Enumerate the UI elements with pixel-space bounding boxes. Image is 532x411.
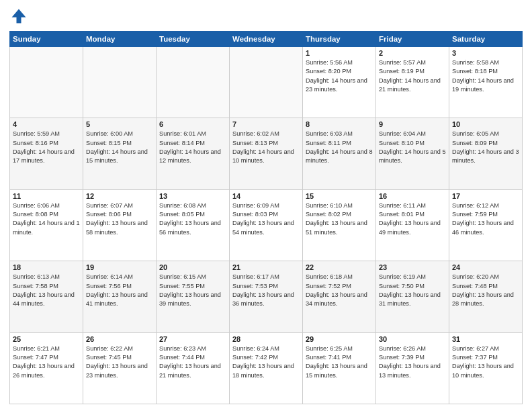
- dow-header-friday: Friday: [376, 32, 449, 47]
- dow-header-wednesday: Wednesday: [230, 32, 303, 47]
- day-info: Sunrise: 6:20 AM Sunset: 7:48 PM Dayligh…: [452, 273, 519, 308]
- day-number: 19: [86, 263, 153, 271]
- calendar-cell: 26Sunrise: 6:22 AM Sunset: 7:45 PM Dayli…: [83, 332, 157, 404]
- calendar-cell: 28Sunrise: 6:24 AM Sunset: 7:42 PM Dayli…: [230, 332, 303, 404]
- calendar-cell: 15Sunrise: 6:10 AM Sunset: 8:02 PM Dayli…: [303, 189, 376, 261]
- calendar-cell: 25Sunrise: 6:21 AM Sunset: 7:47 PM Dayli…: [10, 332, 83, 404]
- calendar-cell: 4Sunrise: 5:59 AM Sunset: 8:16 PM Daylig…: [10, 118, 83, 189]
- day-info: Sunrise: 6:11 AM Sunset: 8:01 PM Dayligh…: [379, 201, 446, 237]
- day-number: 13: [159, 192, 226, 200]
- day-number: 21: [232, 263, 300, 271]
- day-info: Sunrise: 6:18 AM Sunset: 7:52 PM Dayligh…: [306, 273, 373, 308]
- day-number: 24: [452, 263, 519, 271]
- day-info: Sunrise: 5:58 AM Sunset: 8:18 PM Dayligh…: [452, 58, 519, 94]
- calendar-cell: 10Sunrise: 6:05 AM Sunset: 8:09 PM Dayli…: [449, 118, 523, 189]
- day-info: Sunrise: 6:12 AM Sunset: 7:59 PM Dayligh…: [452, 201, 519, 237]
- day-info: Sunrise: 6:27 AM Sunset: 7:37 PM Dayligh…: [452, 345, 519, 380]
- day-number: 11: [13, 192, 80, 200]
- day-info: Sunrise: 6:25 AM Sunset: 7:41 PM Dayligh…: [306, 345, 373, 380]
- day-number: 22: [306, 263, 373, 271]
- day-number: 20: [159, 263, 226, 271]
- logo-icon: [9, 7, 28, 26]
- day-info: Sunrise: 6:04 AM Sunset: 8:10 PM Dayligh…: [379, 130, 446, 165]
- day-info: Sunrise: 6:21 AM Sunset: 7:47 PM Dayligh…: [13, 345, 80, 380]
- day-number: 23: [379, 263, 446, 271]
- day-number: 2: [379, 49, 446, 57]
- calendar-cell: 11Sunrise: 6:06 AM Sunset: 8:08 PM Dayli…: [10, 189, 83, 261]
- day-info: Sunrise: 6:14 AM Sunset: 7:56 PM Dayligh…: [86, 273, 153, 308]
- calendar-cell: 17Sunrise: 6:12 AM Sunset: 7:59 PM Dayli…: [449, 189, 523, 261]
- dow-header-tuesday: Tuesday: [157, 32, 230, 47]
- day-info: Sunrise: 6:24 AM Sunset: 7:42 PM Dayligh…: [232, 345, 300, 380]
- day-info: Sunrise: 6:17 AM Sunset: 7:53 PM Dayligh…: [232, 273, 300, 308]
- day-number: 15: [306, 192, 373, 200]
- day-info: Sunrise: 6:02 AM Sunset: 8:13 PM Dayligh…: [232, 130, 300, 165]
- svg-marker-0: [12, 9, 26, 24]
- calendar-cell: 7Sunrise: 6:02 AM Sunset: 8:13 PM Daylig…: [230, 118, 303, 189]
- day-number: 31: [452, 335, 519, 343]
- day-number: 10: [452, 120, 519, 128]
- day-number: 8: [306, 120, 373, 128]
- day-info: Sunrise: 6:06 AM Sunset: 8:08 PM Dayligh…: [13, 201, 80, 237]
- calendar-cell: [157, 47, 230, 118]
- dow-header-saturday: Saturday: [449, 32, 523, 47]
- day-info: Sunrise: 6:15 AM Sunset: 7:55 PM Dayligh…: [159, 273, 226, 308]
- calendar-cell: 12Sunrise: 6:07 AM Sunset: 8:06 PM Dayli…: [83, 189, 157, 261]
- calendar-cell: 3Sunrise: 5:58 AM Sunset: 8:18 PM Daylig…: [449, 47, 523, 118]
- day-number: 16: [379, 192, 446, 200]
- calendar-cell: 1Sunrise: 5:56 AM Sunset: 8:20 PM Daylig…: [303, 47, 376, 118]
- calendar-cell: 24Sunrise: 6:20 AM Sunset: 7:48 PM Dayli…: [449, 261, 523, 332]
- day-info: Sunrise: 6:23 AM Sunset: 7:44 PM Dayligh…: [159, 345, 226, 380]
- calendar-cell: 13Sunrise: 6:08 AM Sunset: 8:05 PM Dayli…: [157, 189, 230, 261]
- calendar-cell: 6Sunrise: 6:01 AM Sunset: 8:14 PM Daylig…: [157, 118, 230, 189]
- day-info: Sunrise: 6:07 AM Sunset: 8:06 PM Dayligh…: [86, 201, 153, 237]
- calendar-cell: 21Sunrise: 6:17 AM Sunset: 7:53 PM Dayli…: [230, 261, 303, 332]
- calendar-cell: [230, 47, 303, 118]
- dow-header-thursday: Thursday: [303, 32, 376, 47]
- week-row-3: 11Sunrise: 6:06 AM Sunset: 8:08 PM Dayli…: [10, 189, 523, 261]
- day-info: Sunrise: 5:57 AM Sunset: 8:19 PM Dayligh…: [379, 58, 446, 94]
- day-number: 27: [159, 335, 226, 343]
- day-number: 4: [13, 120, 80, 128]
- day-number: 17: [452, 192, 519, 200]
- calendar-cell: 29Sunrise: 6:25 AM Sunset: 7:41 PM Dayli…: [303, 332, 376, 404]
- day-number: 6: [159, 120, 226, 128]
- day-number: 28: [232, 335, 300, 343]
- calendar-cell: 20Sunrise: 6:15 AM Sunset: 7:55 PM Dayli…: [157, 261, 230, 332]
- day-number: 30: [379, 335, 446, 343]
- calendar-cell: 5Sunrise: 6:00 AM Sunset: 8:15 PM Daylig…: [83, 118, 157, 189]
- calendar-body: 1Sunrise: 5:56 AM Sunset: 8:20 PM Daylig…: [10, 47, 523, 404]
- calendar-cell: 22Sunrise: 6:18 AM Sunset: 7:52 PM Dayli…: [303, 261, 376, 332]
- week-row-1: 1Sunrise: 5:56 AM Sunset: 8:20 PM Daylig…: [10, 47, 523, 118]
- day-number: 3: [452, 49, 519, 57]
- calendar-cell: 8Sunrise: 6:03 AM Sunset: 8:11 PM Daylig…: [303, 118, 376, 189]
- calendar-cell: [10, 47, 83, 118]
- day-number: 29: [306, 335, 373, 343]
- day-info: Sunrise: 6:10 AM Sunset: 8:02 PM Dayligh…: [306, 201, 373, 237]
- page: SundayMondayTuesdayWednesdayThursdayFrid…: [0, 0, 532, 411]
- calendar-cell: 18Sunrise: 6:13 AM Sunset: 7:58 PM Dayli…: [10, 261, 83, 332]
- dow-header-monday: Monday: [83, 32, 157, 47]
- calendar-cell: 31Sunrise: 6:27 AM Sunset: 7:37 PM Dayli…: [449, 332, 523, 404]
- header: [9, 7, 523, 26]
- calendar-cell: 16Sunrise: 6:11 AM Sunset: 8:01 PM Dayli…: [376, 189, 449, 261]
- day-number: 7: [232, 120, 300, 128]
- week-row-4: 18Sunrise: 6:13 AM Sunset: 7:58 PM Dayli…: [10, 261, 523, 332]
- day-number: 5: [86, 120, 153, 128]
- day-info: Sunrise: 6:05 AM Sunset: 8:09 PM Dayligh…: [452, 130, 519, 165]
- day-info: Sunrise: 5:59 AM Sunset: 8:16 PM Dayligh…: [13, 130, 80, 165]
- calendar-cell: 2Sunrise: 5:57 AM Sunset: 8:19 PM Daylig…: [376, 47, 449, 118]
- week-row-5: 25Sunrise: 6:21 AM Sunset: 7:47 PM Dayli…: [10, 332, 523, 404]
- calendar-cell: [83, 47, 157, 118]
- day-info: Sunrise: 5:56 AM Sunset: 8:20 PM Dayligh…: [306, 58, 373, 94]
- day-info: Sunrise: 6:01 AM Sunset: 8:14 PM Dayligh…: [159, 130, 226, 165]
- day-info: Sunrise: 6:08 AM Sunset: 8:05 PM Dayligh…: [159, 201, 226, 237]
- day-number: 25: [13, 335, 80, 343]
- logo: [9, 7, 31, 26]
- day-info: Sunrise: 6:26 AM Sunset: 7:39 PM Dayligh…: [379, 345, 446, 380]
- day-info: Sunrise: 6:19 AM Sunset: 7:50 PM Dayligh…: [379, 273, 446, 308]
- day-number: 18: [13, 263, 80, 271]
- calendar-cell: 14Sunrise: 6:09 AM Sunset: 8:03 PM Dayli…: [230, 189, 303, 261]
- day-number: 14: [232, 192, 300, 200]
- day-number: 1: [306, 49, 373, 57]
